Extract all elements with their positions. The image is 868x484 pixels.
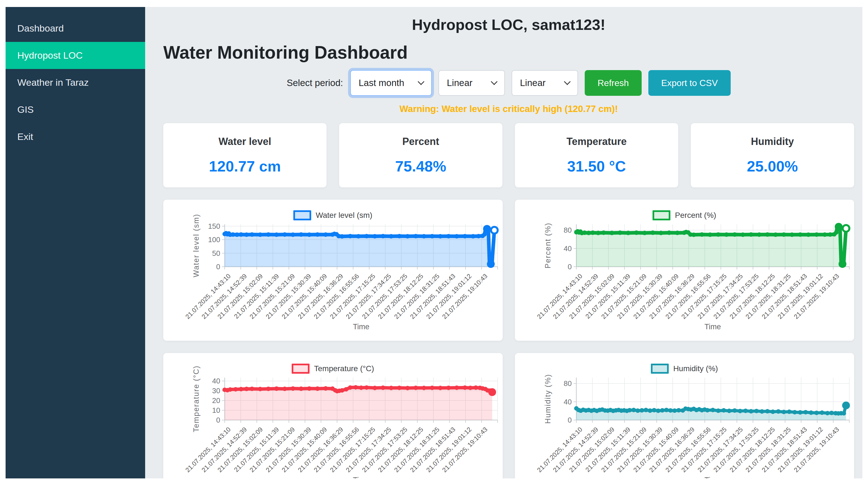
water-level-warning: Warning: Water level is critically high … xyxy=(163,104,854,114)
water-level-plot: Water level (sm)05010015021.07.2025, 14:… xyxy=(163,200,503,341)
temperature-chart-card: Temperature (°C) Temperature (°C)0102030… xyxy=(163,353,503,478)
chevron-down-icon xyxy=(417,78,424,85)
refresh-button[interactable]: Refresh xyxy=(585,70,642,96)
y-tick-label: 50 xyxy=(195,249,220,258)
water-level-stat-card: Water level 120.77 cm xyxy=(163,123,327,188)
period-select-value: Last month xyxy=(359,78,404,88)
temperature-stat-card: Temperature 31.50 °C xyxy=(515,123,678,188)
temperature-plot: Temperature (°C)01020304021.07.2025, 14:… xyxy=(163,353,503,478)
main-content: Hydropost LOC, samat123! Water Monitorin… xyxy=(145,7,862,478)
y-tick-label: 100 xyxy=(195,235,220,244)
sidebar-item-weather-in-taraz[interactable]: Weather in Taraz xyxy=(6,69,145,96)
scale-select-1-value: Linear xyxy=(447,78,472,88)
controls-row: Select period: Last month Linear Linear … xyxy=(163,70,854,96)
y-tick-label: 40 xyxy=(195,377,220,386)
app-window: Dashboard Hydropost LOC Weather in Taraz… xyxy=(6,7,862,478)
water-level-chart-card: Water level (sm) Water level (sm)0501001… xyxy=(163,200,503,341)
y-tick-label: 0 xyxy=(547,262,572,271)
y-tick-label: 40 xyxy=(547,398,572,406)
percent-plot: Percent (%)0408021.07.2025, 14:43:1021.0… xyxy=(515,200,854,341)
scale-select-1[interactable]: Linear xyxy=(438,70,505,96)
y-tick-label: 40 xyxy=(547,245,572,253)
humidity-stat-card: Humidity 25.00% xyxy=(691,123,854,188)
select-period-label: Select period: xyxy=(287,78,343,88)
chart-canvas xyxy=(576,224,849,267)
charts-grid: Water level (sm) Water level (sm)0501001… xyxy=(163,200,854,478)
scale-select-2[interactable]: Linear xyxy=(512,70,578,96)
stat-value: 25.00% xyxy=(747,158,798,175)
dashboard-heading: Water Monitoring Dashboard xyxy=(163,42,854,63)
y-tick-label: 20 xyxy=(195,396,220,405)
export-csv-button[interactable]: Export to CSV xyxy=(648,70,731,96)
y-tick-label: 10 xyxy=(195,406,220,415)
y-tick-label: 150 xyxy=(195,222,220,231)
stat-cards-row: Water level 120.77 cm Percent 75.48% Tem… xyxy=(163,123,854,188)
sidebar-item-dashboard[interactable]: Dashboard xyxy=(6,15,145,42)
chart-canvas xyxy=(576,378,849,420)
chevron-down-icon xyxy=(491,78,497,85)
page-title: Hydropost LOC, samat123! xyxy=(163,16,854,34)
x-axis-title: Time xyxy=(353,476,370,478)
stat-value: 31.50 °C xyxy=(567,158,626,175)
humidity-chart-card: Humidity (%) Humidity (%)0408021.07.2025… xyxy=(515,353,854,478)
chart-canvas xyxy=(225,378,498,420)
stat-title: Humidity xyxy=(751,136,794,147)
period-select[interactable]: Last month xyxy=(350,70,432,96)
y-tick-label: 80 xyxy=(547,379,572,388)
y-tick-label: 0 xyxy=(195,416,220,425)
x-axis-title: Time xyxy=(705,476,721,478)
y-tick-label: 80 xyxy=(547,226,572,235)
y-tick-label: 0 xyxy=(195,262,220,271)
sidebar: Dashboard Hydropost LOC Weather in Taraz… xyxy=(6,7,145,478)
chevron-down-icon xyxy=(564,78,570,85)
scale-select-2-value: Linear xyxy=(520,78,546,88)
chart-canvas xyxy=(225,224,498,267)
percent-stat-card: Percent 75.48% xyxy=(339,123,502,188)
x-axis-title: Time xyxy=(705,322,721,331)
sidebar-item-gis[interactable]: GIS xyxy=(6,96,145,123)
y-tick-label: 30 xyxy=(195,387,220,395)
stat-value: 75.48% xyxy=(395,158,446,175)
y-tick-label: 0 xyxy=(547,416,572,425)
x-axis-title: Time xyxy=(353,322,370,331)
humidity-plot: Humidity (%)0408021.07.2025, 14:43:1021.… xyxy=(515,353,854,478)
sidebar-item-exit[interactable]: Exit xyxy=(6,123,145,150)
sidebar-item-hydropost-loc[interactable]: Hydropost LOC xyxy=(6,42,145,69)
percent-chart-card: Percent (%) Percent (%)0408021.07.2025, … xyxy=(515,200,854,341)
stat-title: Percent xyxy=(402,136,439,147)
stat-title: Water level xyxy=(219,136,271,147)
stat-value: 120.77 cm xyxy=(209,158,281,175)
stat-title: Temperature xyxy=(566,136,627,147)
